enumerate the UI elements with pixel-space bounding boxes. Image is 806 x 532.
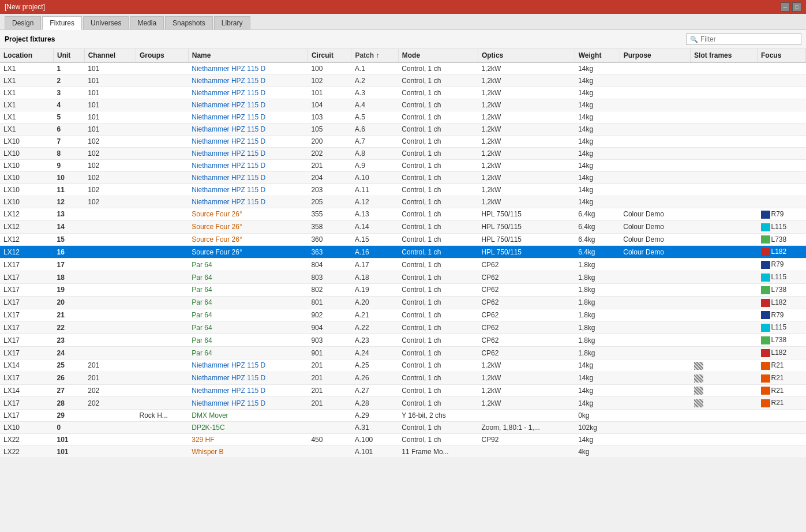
table-row[interactable]: LX12 13 Source Four 26° 355 A.13 Control… [0, 208, 806, 221]
cell-circuit: 904 [308, 321, 351, 334]
table-row[interactable]: LX10 9 102 Niethammer HPZ 115 D 201 A.9 … [0, 160, 806, 172]
cell-focus: L115 [758, 271, 806, 284]
table-row[interactable]: LX17 20 Par 64 801 A.20 Control, 1 ch CP… [0, 296, 806, 309]
table-row[interactable]: LX1 2 101 Niethammer HPZ 115 D 102 A.2 C… [0, 75, 806, 87]
tab-snapshots[interactable]: Snapshots [165, 16, 213, 29]
cell-location: LX1 [0, 75, 53, 87]
table-row[interactable]: LX1 1 101 Niethammer HPZ 115 D 100 A.1 C… [0, 62, 806, 75]
cell-unit: 11 [53, 184, 84, 196]
cell-purpose [620, 87, 690, 99]
col-location[interactable]: Location [0, 49, 53, 62]
col-circuit[interactable]: Circuit [308, 49, 351, 62]
col-focus[interactable]: Focus [758, 49, 806, 62]
col-patch[interactable]: Patch ↑ [351, 49, 398, 62]
cell-channel: 101 [84, 99, 136, 111]
cell-location: LX1 [0, 87, 53, 99]
cell-patch: A.4 [351, 99, 398, 111]
cell-groups [136, 220, 188, 233]
cell-name: Niethammer HPZ 115 D [188, 136, 308, 148]
table-row[interactable]: LX17 26 201 Niethammer HPZ 115 D 201 A.2… [0, 372, 806, 384]
cell-focus: R21 [758, 397, 806, 410]
table-row[interactable]: LX22 101 329 HF 450 A.100 Control, 1 ch … [0, 434, 806, 446]
cell-optics: 1,2kW [478, 196, 575, 208]
cell-mode: Control, 1 ch [398, 384, 478, 397]
table-row[interactable]: LX17 23 Par 64 903 A.23 Control, 1 ch CP… [0, 334, 806, 347]
table-row[interactable]: LX12 14 Source Four 26° 358 A.14 Control… [0, 220, 806, 233]
cell-purpose [620, 99, 690, 111]
tab-fixtures[interactable]: Fixtures [42, 16, 82, 30]
cell-name: Par 64 [188, 321, 308, 334]
cell-patch: A.31 [351, 422, 398, 434]
cell-location: LX17 [0, 283, 53, 296]
maximize-button[interactable]: □ [792, 2, 801, 12]
table-row[interactable]: LX17 21 Par 64 902 A.21 Control, 1 ch CP… [0, 309, 806, 321]
table-row[interactable]: LX17 28 202 Niethammer HPZ 115 D 201 A.2… [0, 397, 806, 410]
cell-groups [136, 258, 188, 271]
cell-mode: Control, 1 ch [398, 136, 478, 148]
table-row[interactable]: LX1 5 101 Niethammer HPZ 115 D 103 A.5 C… [0, 111, 806, 123]
table-row[interactable]: LX17 22 Par 64 904 A.22 Control, 1 ch CP… [0, 321, 806, 334]
cell-slot-frames [691, 321, 758, 334]
cell-location: LX10 [0, 148, 53, 160]
table-row[interactable]: LX14 25 201 Niethammer HPZ 115 D 201 A.2… [0, 359, 806, 372]
col-name[interactable]: Name [188, 49, 308, 62]
tab-universes[interactable]: Universes [83, 16, 129, 29]
table-row[interactable]: LX12 16 Source Four 26° 363 A.16 Control… [0, 246, 806, 258]
cell-unit: 28 [53, 397, 84, 410]
col-purpose[interactable]: Purpose [620, 49, 690, 62]
table-row[interactable]: LX17 24 Par 64 901 A.24 Control, 1 ch CP… [0, 347, 806, 359]
table-row[interactable]: LX10 12 102 Niethammer HPZ 115 D 205 A.1… [0, 196, 806, 208]
table-row[interactable]: LX22 101 Whisper B A.101 11 Frame Mo... … [0, 446, 806, 458]
col-mode[interactable]: Mode [398, 49, 478, 62]
table-row[interactable]: LX14 27 202 Niethammer HPZ 115 D 201 A.2… [0, 384, 806, 397]
cell-weight: 1,8kg [575, 283, 620, 296]
cell-groups [136, 271, 188, 284]
col-groups[interactable]: Groups [136, 49, 188, 62]
table-row[interactable]: LX17 17 Par 64 804 A.17 Control, 1 ch CP… [0, 258, 806, 271]
cell-circuit: 201 [308, 359, 351, 372]
table-row[interactable]: LX17 18 Par 64 803 A.18 Control, 1 ch CP… [0, 271, 806, 284]
col-slot-frames[interactable]: Slot frames [691, 49, 758, 62]
table-row[interactable]: LX10 0 DP2K-15C A.31 Control, 1 ch Zoom,… [0, 422, 806, 434]
table-row[interactable]: LX17 19 Par 64 802 A.19 Control, 1 ch CP… [0, 283, 806, 296]
cell-circuit: 200 [308, 136, 351, 148]
cell-location: LX17 [0, 258, 53, 271]
cell-optics: CP62 [478, 309, 575, 321]
tab-design[interactable]: Design [5, 16, 41, 29]
table-row[interactable]: LX17 29 Rock H... DMX Mover A.29 Y 16-bi… [0, 410, 806, 422]
filter-container[interactable]: 🔍 [686, 33, 801, 45]
cell-name: Niethammer HPZ 115 D [188, 111, 308, 123]
focus-color-swatch [761, 235, 770, 243]
focus-color-swatch [761, 336, 770, 344]
cell-focus: L738 [758, 233, 806, 246]
tab-media[interactable]: Media [130, 16, 164, 29]
col-optics[interactable]: Optics [478, 49, 575, 62]
table-row[interactable]: LX10 10 102 Niethammer HPZ 115 D 204 A.1… [0, 172, 806, 184]
table-row[interactable]: LX10 7 102 Niethammer HPZ 115 D 200 A.7 … [0, 136, 806, 148]
table-row[interactable]: LX10 11 102 Niethammer HPZ 115 D 203 A.1… [0, 184, 806, 196]
cell-optics: 1,2kW [478, 62, 575, 75]
cell-location: LX17 [0, 372, 53, 384]
cell-groups [136, 62, 188, 75]
filter-input[interactable] [700, 35, 797, 43]
minimize-button[interactable]: ─ [781, 2, 790, 12]
table-row[interactable]: LX1 4 101 Niethammer HPZ 115 D 104 A.4 C… [0, 99, 806, 111]
cell-circuit [308, 410, 351, 422]
cell-weight: 14kg [575, 397, 620, 410]
cell-name: Niethammer HPZ 115 D [188, 123, 308, 136]
cell-slot-frames [691, 196, 758, 208]
table-row[interactable]: LX10 8 102 Niethammer HPZ 115 D 202 A.8 … [0, 148, 806, 160]
cell-groups [136, 334, 188, 347]
table-row[interactable]: LX1 6 101 Niethammer HPZ 115 D 105 A.6 C… [0, 123, 806, 136]
tab-library[interactable]: Library [214, 16, 250, 29]
col-unit[interactable]: Unit [53, 49, 84, 62]
cell-name: Source Four 26° [188, 208, 308, 221]
table-row[interactable]: LX12 15 Source Four 26° 360 A.15 Control… [0, 233, 806, 246]
cell-groups [136, 184, 188, 196]
col-channel[interactable]: Channel [84, 49, 136, 62]
cell-weight: 14kg [575, 123, 620, 136]
cell-name: Par 64 [188, 296, 308, 309]
col-weight[interactable]: Weight [575, 49, 620, 62]
cell-channel [84, 296, 136, 309]
table-row[interactable]: LX1 3 101 Niethammer HPZ 115 D 101 A.3 C… [0, 87, 806, 99]
